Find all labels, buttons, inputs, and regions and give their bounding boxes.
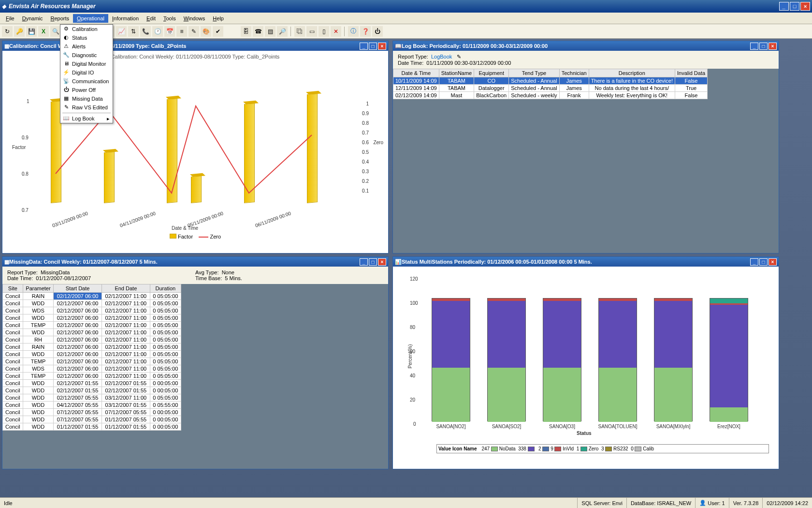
col-header[interactable]: Equipment <box>474 69 509 77</box>
search-icon[interactable]: 🔎 <box>277 26 288 37</box>
col-header[interactable]: StationName <box>439 69 474 77</box>
table-row[interactable]: 02/12/2009 14:09MastBlackCarbonScheduled… <box>393 92 708 99</box>
menu-reports[interactable]: Reports <box>47 14 73 23</box>
table-row[interactable]: ConcilWDD02/12/2007 01:5502/12/2007 01:5… <box>3 380 181 387</box>
palette-icon[interactable]: 🎨 <box>201 26 211 37</box>
max-btn[interactable]: □ <box>759 43 768 50</box>
col-header[interactable]: Technician <box>559 69 589 77</box>
max-btn[interactable]: □ <box>759 258 768 266</box>
menu-tools[interactable]: Tools <box>160 14 180 23</box>
calendar-icon[interactable]: 📅 <box>164 26 175 37</box>
dropdown-status[interactable]: ◐Status <box>60 33 113 42</box>
telephone-icon[interactable]: ☎ <box>253 26 263 37</box>
dropdown-alerts[interactable]: ⚠Alerts <box>60 42 113 51</box>
min-btn[interactable]: _ <box>750 43 758 50</box>
close-btn[interactable]: × <box>378 43 386 50</box>
table-row[interactable]: ConcilRAIN02/12/2007 06:0002/12/2007 11:… <box>3 344 181 351</box>
missing-grid-wrap[interactable]: SiteParameterStart DateEnd DateDurationC… <box>2 284 388 463</box>
menu-windows[interactable]: Windows <box>180 14 209 23</box>
col-header[interactable]: Tend Type <box>509 69 559 77</box>
missing-table[interactable]: SiteParameterStart DateEnd DateDurationC… <box>2 284 181 431</box>
dropdown-power-off[interactable]: ⏻Power Off <box>60 86 113 94</box>
close-btn[interactable]: × <box>768 258 777 266</box>
clock-icon[interactable]: 🕐 <box>152 26 163 37</box>
table-row[interactable]: 10/11/2009 14:09TABAMCOScheduled - Annua… <box>393 77 708 85</box>
close-all-icon[interactable]: ✕ <box>331 26 341 37</box>
table-row[interactable]: ConcilRH02/12/2007 06:0002/12/2007 11:00… <box>3 336 181 344</box>
table-row[interactable]: ConcilTEMP02/12/2007 06:0002/12/2007 11:… <box>3 373 181 380</box>
dropdown-raw-vs-edited[interactable]: ✎Raw VS Edited <box>60 103 113 112</box>
min-btn[interactable]: _ <box>750 258 758 266</box>
table-row[interactable]: ConcilWDD02/12/2007 06:0002/12/2007 11:0… <box>3 314 181 322</box>
dropdown-logbook[interactable]: 📖Log Book▸ <box>60 114 113 123</box>
menu-information[interactable]: Information <box>108 14 143 23</box>
key-icon[interactable]: 🔑 <box>14 26 25 37</box>
table-row[interactable]: ConcilWDD07/12/2007 05:5501/12/2007 05:5… <box>3 416 181 423</box>
menu-dynamic[interactable]: Dynamic <box>18 14 47 23</box>
stats-icon[interactable]: 📈 <box>116 26 127 37</box>
about-icon[interactable]: ❓ <box>360 26 371 37</box>
info-icon[interactable]: ⓘ <box>348 26 359 37</box>
table-row[interactable]: ConcilWDD02/12/2007 06:0002/12/2007 11:0… <box>3 351 181 358</box>
col-header[interactable]: Description <box>589 69 675 77</box>
close-btn[interactable]: × <box>378 258 386 266</box>
max-btn[interactable]: □ <box>369 258 377 266</box>
edit-icon[interactable]: ✎ <box>188 26 199 37</box>
dropdown-digital-io[interactable]: ⚡Digital IO <box>60 68 113 77</box>
close-button[interactable]: × <box>800 2 810 11</box>
status-titlebar[interactable]: 📊 Status MultiStations Periodically: 01/… <box>393 257 779 267</box>
col-header[interactable]: End Date <box>102 284 150 293</box>
phone-icon[interactable]: 📞 <box>140 26 151 37</box>
col-header[interactable]: Site <box>3 284 23 293</box>
cascade-icon[interactable]: ⿻ <box>294 26 305 37</box>
col-header[interactable]: Parameter <box>23 284 54 293</box>
minimize-button[interactable]: _ <box>779 2 789 11</box>
col-header[interactable]: Invalid Data <box>675 69 707 77</box>
check-icon[interactable]: ✔ <box>213 26 223 37</box>
tile-v-icon[interactable]: ▯ <box>319 26 329 37</box>
table-row[interactable]: ConcilTEMP02/12/2007 06:0002/12/2007 11:… <box>3 322 181 329</box>
table-row[interactable]: ConcilRAIN02/12/2007 06:0002/12/2007 11:… <box>3 293 181 300</box>
dropdown-diagnostic[interactable]: 🔧Diagnostic <box>60 51 113 60</box>
refresh-icon[interactable]: ↻ <box>2 26 13 37</box>
missing-titlebar[interactable]: ▦ MissingData: Concil Weekly: 01/12/2007… <box>2 257 388 267</box>
col-header[interactable]: Date & Time <box>393 69 439 77</box>
exit-icon[interactable]: ⏻ <box>372 26 383 37</box>
dropdown-missing-data[interactable]: ▦Missing Data <box>60 94 113 103</box>
menu-help[interactable]: Help <box>209 14 228 23</box>
dropdown-communication[interactable]: 📡Communication <box>60 77 113 86</box>
col-header[interactable]: Start Date <box>54 284 102 293</box>
logbook-table[interactable]: Date & TimeStationNameEquipmentTend Type… <box>393 69 708 99</box>
list-icon[interactable]: ≡ <box>176 26 187 37</box>
excel-icon[interactable]: X <box>38 26 49 37</box>
table-row[interactable]: ConcilWDD02/12/2007 01:5502/12/2007 01:5… <box>3 387 181 394</box>
sort-icon[interactable]: ⇅ <box>128 26 139 37</box>
table-row[interactable]: ConcilWDD07/12/2007 05:5507/12/2007 05:5… <box>3 409 181 416</box>
table-row[interactable]: ConcilTEMP02/12/2007 06:0002/12/2007 11:… <box>3 358 181 365</box>
menu-file[interactable]: File <box>2 14 18 23</box>
min-btn[interactable]: _ <box>360 258 368 266</box>
maximize-button[interactable]: □ <box>790 2 799 11</box>
menu-edit[interactable]: Edit <box>143 14 160 23</box>
dropdown-digital-monitor[interactable]: 🖥Digital Monitor <box>60 60 113 68</box>
dropdown-calibration[interactable]: ⚙Calibration <box>60 25 113 33</box>
table-row[interactable]: ConcilWDS02/12/2007 06:0002/12/2007 11:0… <box>3 365 181 373</box>
table-row[interactable]: ConcilWDD02/12/2007 06:0002/12/2007 11:0… <box>3 300 181 307</box>
table-row[interactable]: ConcilWDD01/12/2007 01:5501/12/2007 01:5… <box>3 423 181 431</box>
table-row[interactable]: ConcilWDD04/12/2007 05:5503/12/2007 01:5… <box>3 402 181 409</box>
table-row[interactable]: ConcilWDD02/12/2007 06:0002/12/2007 11:0… <box>3 329 181 336</box>
zoom-icon[interactable]: 🔍 <box>50 26 61 37</box>
table-row[interactable]: ConcilWDD02/12/2007 05:5503/12/2007 11:0… <box>3 394 181 402</box>
edit-pencil-icon[interactable]: ✎ <box>457 54 461 60</box>
min-btn[interactable]: _ <box>360 43 368 50</box>
max-btn[interactable]: □ <box>369 43 377 50</box>
tile-h-icon[interactable]: ▭ <box>306 26 317 37</box>
save-icon[interactable]: 💾 <box>26 26 37 37</box>
table-row[interactable]: ConcilWDS02/12/2007 06:0002/12/2007 11:0… <box>3 307 181 314</box>
col-header[interactable]: Duration <box>150 284 181 293</box>
logbook-titlebar[interactable]: 📖 Log Book: Periodically: 01/11/2009 00:… <box>393 41 779 51</box>
table-row[interactable]: 12/11/2009 14:09TABAMDataloggerScheduled… <box>393 85 708 92</box>
close-btn[interactable]: × <box>768 43 777 50</box>
form-icon[interactable]: ▤ <box>265 26 276 37</box>
menu-operational[interactable]: Operational <box>73 14 108 23</box>
